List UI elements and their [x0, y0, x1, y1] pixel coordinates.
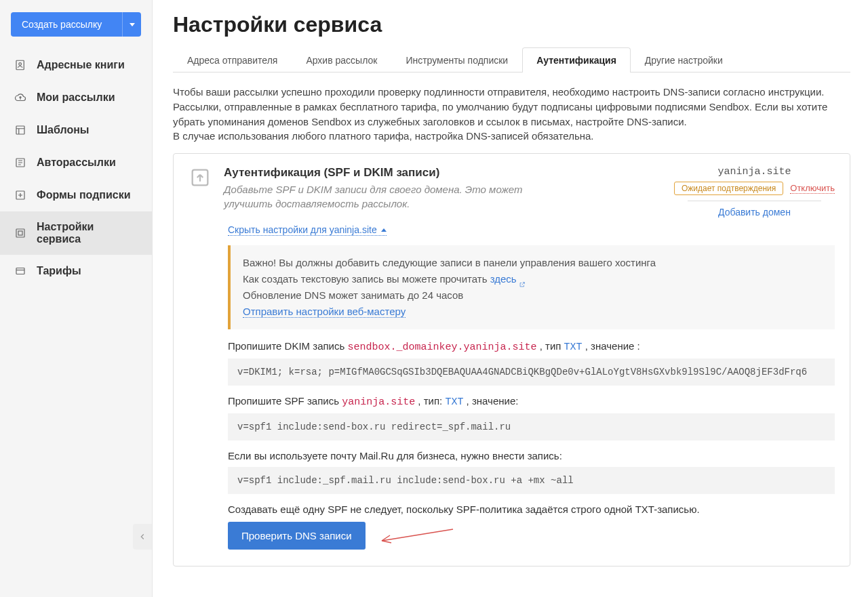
domain-block: yaninja.site Ожидает подтверждения Отклю… [674, 166, 835, 218]
card-title: Аутентификация (SPF и DKIM записи) [224, 166, 549, 180]
sidebar: Создать рассылку Адресные книги Мои расс… [0, 0, 153, 597]
check-dns-button[interactable]: Проверить DNS записи [228, 522, 366, 550]
intro-line: В случае использования любого платного т… [173, 129, 850, 144]
main-content: Настройки сервиса Адреса отправителя Арх… [153, 0, 868, 597]
send-to-webmaster-link[interactable]: Отправить настройки веб-мастеру [243, 306, 406, 318]
card-subtitle: Добавьте SPF и DKIM записи для своего до… [224, 182, 549, 211]
alert-line: Важно! Вы должны добавить следующие запи… [243, 255, 823, 271]
status-badge: Ожидает подтверждения [674, 182, 783, 195]
cloud-upload-icon [14, 91, 27, 104]
address-book-icon [14, 58, 27, 72]
page-title: Настройки сервиса [173, 12, 850, 37]
sidebar-item-label: Формы подписки [37, 189, 131, 201]
create-campaign-dropdown[interactable] [122, 12, 141, 37]
intro-line: Чтобы ваши рассылки успешно проходили пр… [173, 85, 850, 100]
svg-rect-2 [16, 126, 24, 134]
card-title-block: Аутентификация (SPF и DKIM записи) Добав… [224, 166, 549, 211]
tab-sender-addresses[interactable]: Адреса отправителя [173, 47, 292, 73]
external-link-icon [519, 276, 526, 283]
tab-authentication[interactable]: Аутентификация [522, 47, 631, 73]
sidebar-item-pricing[interactable]: Тарифы [0, 255, 152, 287]
divider [688, 201, 821, 201]
form-icon [14, 188, 27, 202]
domain-actions: Ожидает подтверждения Отключить [674, 182, 835, 195]
auth-card: Аутентификация (SPF и DKIM записи) Добав… [173, 153, 850, 567]
sidebar-item-label: Мои рассылки [37, 91, 115, 104]
create-campaign-button[interactable]: Создать рассылку [11, 12, 122, 37]
svg-point-1 [19, 63, 22, 66]
tab-other[interactable]: Другие настройки [631, 47, 737, 73]
sidebar-item-label: Шаблоны [37, 124, 90, 136]
wallet-icon [14, 264, 27, 278]
disable-link[interactable]: Отключить [790, 183, 835, 194]
spf-instruction: Пропишите SPF запись yaninja.site , тип:… [228, 395, 835, 408]
card-header: Аутентификация (SPF и DKIM записи) Добав… [189, 166, 835, 218]
svg-rect-5 [16, 229, 24, 237]
details: Скрыть настройки для yaninja.site Важно!… [228, 224, 835, 550]
spf-type: TXT [445, 396, 463, 408]
automation-icon [14, 156, 27, 169]
add-domain-link[interactable]: Добавить домен [718, 207, 791, 218]
intro-line: Рассылки, отправленные в рамках бесплатн… [173, 100, 850, 129]
alert-box: Важно! Вы должны добавить следующие запи… [228, 245, 835, 329]
sidebar-item-label: Адресные книги [37, 59, 125, 71]
create-campaign-wrap: Создать рассылку [11, 12, 141, 37]
help-link[interactable]: здесь [490, 273, 526, 285]
check-row: Проверить DNS записи [228, 522, 835, 550]
template-icon [14, 123, 27, 137]
tabs: Адреса отправителя Архив рассылок Инстру… [173, 47, 850, 73]
tab-archive[interactable]: Архив рассылок [292, 47, 391, 73]
settings-icon [14, 226, 27, 240]
svg-rect-7 [16, 268, 24, 274]
mailru-value[interactable]: v=spf1 include:_spf.mail.ru include:send… [228, 467, 835, 494]
mailru-label: Если вы используете почту Mail.Ru для би… [228, 450, 835, 461]
toggle-settings-link[interactable]: Скрыть настройки для yaninja.site [228, 224, 387, 236]
arrow-annotation-icon [375, 526, 456, 546]
toggle-label: Скрыть настройки для yaninja.site [228, 224, 377, 235]
sidebar-item-templates[interactable]: Шаблоны [0, 114, 152, 146]
upload-icon [189, 166, 212, 189]
sidebar-item-label: Настройки сервиса [37, 221, 125, 245]
dkim-host: sendbox._domainkey.yaninja.site [347, 342, 536, 353]
alert-line: Обновление DNS может занимать до 24 часо… [243, 287, 823, 304]
intro-text: Чтобы ваши рассылки успешно проходили пр… [173, 85, 850, 144]
dkim-instruction: Пропишите DKIM запись sendbox._domainkey… [228, 340, 835, 353]
caret-down-icon [130, 23, 135, 26]
alert-line: Как создать текстовую запись вы можете п… [243, 271, 823, 287]
domain-name: yaninja.site [674, 166, 835, 178]
spf-host: yaninja.site [342, 396, 415, 408]
sidebar-item-address-books[interactable]: Адресные книги [0, 49, 152, 81]
spf-value[interactable]: v=spf1 include:send-box.ru redirect=_spf… [228, 413, 835, 440]
sidebar-item-label: Тарифы [37, 265, 81, 277]
sidebar-item-forms[interactable]: Формы подписки [0, 179, 152, 211]
dkim-type: TXT [564, 342, 583, 353]
spf-note: Создавать ещё одну SPF не следует, поско… [228, 503, 835, 515]
tab-subscribe-tools[interactable]: Инструменты подписки [391, 47, 522, 73]
collapse-sidebar-button[interactable] [133, 524, 152, 550]
alert-text: Как создать текстовую запись вы можете п… [243, 273, 490, 285]
caret-up-icon [381, 228, 387, 232]
sidebar-item-auto[interactable]: Авторассылки [0, 146, 152, 179]
sidebar-item-settings[interactable]: Настройки сервиса [0, 211, 152, 255]
sidebar-item-my-campaigns[interactable]: Мои рассылки [0, 81, 152, 114]
dkim-value[interactable]: v=DKIM1; k=rsa; p=MIGfMA0GCSqGSIb3DQEBAQ… [228, 358, 835, 386]
svg-rect-6 [18, 231, 22, 235]
sidebar-item-label: Авторассылки [37, 157, 116, 169]
